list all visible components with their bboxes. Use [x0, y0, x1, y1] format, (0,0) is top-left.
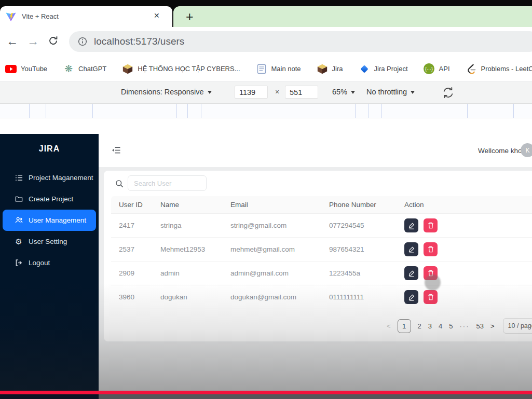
throttling-dropdown[interactable]: No throttling: [366, 88, 415, 96]
table-row: 3960 dogukan dogukan@gmail.com 011111111…: [111, 285, 532, 309]
edit-button[interactable]: [404, 290, 418, 304]
edit-button[interactable]: [404, 242, 418, 256]
tab-close-icon[interactable]: ✕: [154, 11, 160, 20]
cell-phone: 0111111111: [329, 293, 404, 301]
sidebar-item-user-setting[interactable]: ⚙ User Setting: [0, 231, 99, 252]
team-icon: [15, 216, 23, 225]
app-content: User ID Name Email Phone Number Action 2…: [99, 167, 532, 391]
dimensions-separator: ×: [275, 88, 279, 96]
forward-icon[interactable]: →: [27, 34, 39, 48]
bookmark-youtube[interactable]: YouTube: [5, 63, 47, 75]
table-row: 2909 admin admin@gmail.com 1223455a: [111, 262, 532, 285]
column-name: Name: [160, 201, 230, 209]
bookmark-main-note[interactable]: Main note: [256, 63, 301, 75]
viewport-height-input[interactable]: [285, 86, 318, 99]
bookmark-jira-project[interactable]: Jira Project: [359, 63, 408, 75]
note-icon: [256, 63, 267, 75]
table-row: 2417 stringa string@gmail.com 077294545: [111, 214, 532, 238]
pagination: < 1 2 3 4 5 ··· 53 > 10 / page: [387, 319, 532, 333]
viewport-margin: [0, 118, 532, 134]
sidebar-item-label: User Management: [29, 216, 86, 224]
app-viewport: JIRA Project Maganement Create Project: [0, 134, 532, 391]
rotate-viewport-icon[interactable]: [442, 86, 455, 101]
new-tab-button[interactable]: +: [183, 8, 197, 25]
page-size-select[interactable]: 10 / page: [503, 318, 532, 334]
cube-icon: [317, 63, 328, 75]
vite-favicon-icon: [5, 11, 17, 22]
address-bar[interactable]: localhost:5173/users: [69, 31, 532, 52]
youtube-icon: [5, 63, 17, 75]
pagination-page-2[interactable]: 2: [418, 322, 421, 330]
viewport-width-input[interactable]: [235, 86, 268, 99]
delete-button[interactable]: [424, 218, 438, 232]
sidebar-item-user-management[interactable]: User Management: [3, 210, 96, 231]
app-header: Wellcome khoi K: [99, 134, 532, 167]
reload-icon[interactable]: [48, 35, 59, 49]
tab-title: Vite + React: [22, 12, 59, 20]
users-card: User ID Name Email Phone Number Action 2…: [104, 171, 532, 341]
bookmark-api[interactable]: {···} API: [424, 63, 450, 75]
sidebar-item-project-management[interactable]: Project Maganement: [0, 167, 99, 188]
brand-logo: JIRA: [0, 144, 99, 154]
chevron-down-icon: [411, 91, 415, 94]
bookmark-cybers[interactable]: HỆ THỐNG HỌC TẬP CYBERS...: [122, 63, 240, 75]
chevron-down-icon: [208, 91, 212, 94]
chatgpt-icon: ❋: [63, 63, 74, 75]
jira-icon: [359, 63, 370, 75]
cell-name: admin: [160, 269, 230, 277]
menu-fold-icon[interactable]: [112, 146, 120, 156]
devtools-ruler: [0, 104, 532, 118]
back-icon[interactable]: ←: [6, 34, 18, 48]
video-progress-bar: [0, 391, 532, 394]
cell-phone: 987654321: [329, 245, 404, 253]
sidebar-item-logout[interactable]: Logout: [0, 252, 99, 273]
table-header: User ID Name Email Phone Number Action: [111, 196, 532, 214]
search-input[interactable]: [128, 175, 207, 191]
url-text[interactable]: localhost:5173/users: [94, 36, 184, 47]
bookmark-chatgpt[interactable]: ❋ ChatGPT: [63, 63, 106, 75]
cell-phone: 1223455a: [329, 269, 404, 277]
bookmarks-bar: YouTube ❋ ChatGPT HỆ THỐNG HỌC TẬP CYBER…: [0, 56, 532, 82]
cell-email: admin@gmail.com: [230, 269, 329, 277]
delete-button[interactable]: [424, 290, 438, 304]
list-icon: [15, 174, 23, 182]
cell-phone: 077294545: [329, 222, 404, 229]
leetcode-icon: [466, 63, 477, 75]
bookmark-leetcode[interactable]: Problems - LeetCode: [466, 63, 532, 75]
sidebar-item-label: Create Project: [29, 195, 73, 203]
screen: Vite + React ✕ + ← → localhost:5173/user…: [0, 0, 532, 399]
window-titlebar: [0, 0, 532, 6]
pagination-page-last[interactable]: 53: [476, 322, 484, 330]
browser-tab[interactable]: Vite + React ✕: [0, 6, 172, 27]
cell-email: dogukan@gmail.com: [230, 293, 329, 301]
pagination-ellipsis[interactable]: ···: [460, 322, 470, 330]
pagination-next-icon[interactable]: >: [490, 322, 495, 330]
dimensions-dropdown[interactable]: Dimensions: Responsive: [121, 88, 212, 96]
sidebar-menu: Project Maganement Create Project User M…: [0, 167, 99, 273]
edit-button[interactable]: [404, 266, 418, 280]
zoom-dropdown[interactable]: 65%: [332, 88, 355, 96]
column-action: Action: [404, 201, 532, 209]
bookmark-jira[interactable]: Jira: [317, 63, 343, 75]
gear-icon: ⚙: [15, 238, 23, 246]
sidebar-item-create-project[interactable]: Create Project: [0, 188, 99, 210]
pagination-prev-icon[interactable]: <: [387, 322, 391, 330]
app-sidebar: JIRA Project Maganement Create Project: [0, 134, 99, 391]
delete-button[interactable]: [424, 242, 438, 256]
avatar[interactable]: K: [521, 143, 532, 157]
column-phone: Phone Number: [329, 201, 404, 209]
chevron-down-icon: [351, 91, 355, 94]
pagination-page-1[interactable]: 1: [398, 319, 411, 333]
cell-name: dogukan: [160, 293, 230, 301]
cell-name: Mehmet12953: [160, 245, 230, 253]
pagination-page-4[interactable]: 4: [439, 322, 442, 330]
cell-name: stringa: [160, 222, 230, 229]
edit-button[interactable]: [404, 218, 418, 232]
cursor-highlight: [425, 274, 441, 291]
welcome-text: Wellcome khoi: [478, 147, 524, 155]
bottom-strip: [0, 394, 532, 399]
pagination-page-3[interactable]: 3: [428, 322, 432, 330]
pagination-page-5[interactable]: 5: [449, 322, 453, 330]
cell-user-id: 2909: [119, 269, 160, 277]
site-info-icon[interactable]: [78, 37, 87, 46]
